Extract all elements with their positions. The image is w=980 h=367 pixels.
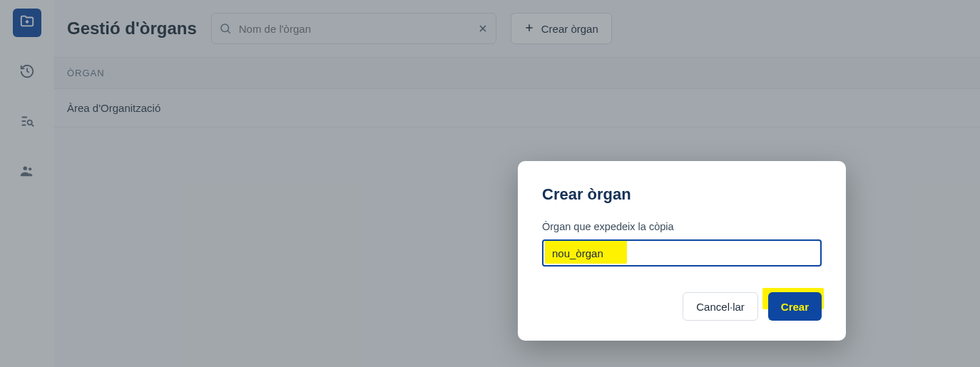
organ-name-input[interactable] [542, 239, 822, 267]
create-organ-modal: Crear òrgan Òrgan que expedeix la còpia … [518, 161, 846, 341]
cancel-button[interactable]: Cancel·lar [683, 292, 758, 321]
cancel-button-label: Cancel·lar [696, 301, 745, 313]
submit-create-button[interactable]: Crear [768, 292, 822, 321]
modal-field-label: Òrgan que expedeix la còpia [542, 221, 822, 232]
modal-title: Crear òrgan [542, 185, 822, 204]
submit-create-button-label: Crear [781, 301, 809, 313]
modal-actions: Cancel·lar Crear [542, 292, 822, 321]
